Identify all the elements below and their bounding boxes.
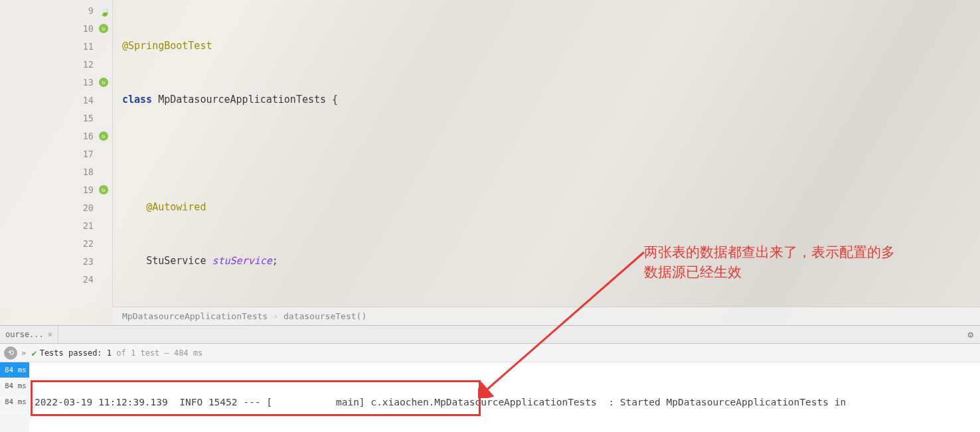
console-line: 2022-03-19 11:12:39.139 INFO 15452 --- [… bbox=[35, 394, 980, 410]
run-gutter-icon[interactable]: ↻ bbox=[99, 185, 108, 194]
line-number: 10 bbox=[83, 23, 94, 34]
history-icon[interactable]: ⟲ bbox=[4, 346, 17, 360]
check-icon: ✔ bbox=[31, 348, 37, 358]
line-number: 18 bbox=[83, 167, 94, 177]
timing-pill[interactable]: 84 ms bbox=[0, 362, 29, 378]
annotation: @Autowired bbox=[146, 201, 206, 213]
annotation: @SpringBootTest bbox=[122, 40, 212, 52]
type: StuService bbox=[146, 255, 206, 267]
test-summary: Tests passed: 1 of 1 test – 484 ms bbox=[40, 348, 203, 358]
timing-column: 84 ms 84 ms 84 ms bbox=[0, 362, 29, 410]
test-status-bar: ⟲ » ✔ Tests passed: 1 of 1 test – 484 ms bbox=[0, 344, 980, 362]
line-number: 14 bbox=[83, 95, 94, 106]
line-number: 12 bbox=[83, 59, 94, 70]
run-gutter-icon[interactable]: ↻ bbox=[99, 24, 108, 33]
tab-label: ourse... bbox=[5, 330, 44, 339]
timing-pill: 84 ms bbox=[0, 378, 29, 394]
timing-pill: 84 ms bbox=[0, 394, 29, 410]
line-number: 11 bbox=[83, 41, 94, 52]
chevron-right-icon[interactable]: » bbox=[21, 348, 26, 358]
spring-leaf-icon[interactable]: 🍃 bbox=[99, 6, 108, 15]
line-number: 15 bbox=[83, 113, 94, 123]
annotation-text: 两张表的数据都查出来了，表示配置的多 数据源已经生效 bbox=[644, 242, 895, 282]
line-gutter: 9🍃 10↻ 11 12 13↻ 14 15 16↻ 17 18 19↻ 20 … bbox=[0, 0, 113, 307]
gear-icon[interactable]: ⚙ bbox=[961, 329, 980, 340]
breadcrumb-item[interactable]: datasourseTest() bbox=[284, 311, 367, 321]
breadcrumb-item[interactable]: MpDatasourceApplicationTests bbox=[122, 311, 268, 321]
line-number: 24 bbox=[83, 274, 94, 285]
line-number: 23 bbox=[83, 256, 94, 267]
field: stuService bbox=[212, 255, 272, 267]
line-number: 21 bbox=[83, 220, 94, 231]
line-number: 13 bbox=[83, 77, 94, 88]
class-name: MpDatasourceApplicationTests bbox=[158, 94, 326, 106]
close-icon[interactable]: × bbox=[48, 330, 52, 339]
line-number: 9 bbox=[88, 5, 94, 16]
console-tab-bar: ourse... × ⚙ bbox=[0, 325, 980, 344]
keyword: class bbox=[122, 94, 152, 106]
chevron-right-icon: › bbox=[273, 311, 278, 321]
breadcrumb[interactable]: MpDatasourceApplicationTests › datasours… bbox=[113, 307, 980, 325]
line-number: 19 bbox=[83, 184, 94, 195]
console-output[interactable]: 2022-03-19 11:12:39.139 INFO 15452 --- [… bbox=[29, 362, 980, 432]
line-number: 16 bbox=[83, 131, 94, 141]
run-gutter-icon[interactable]: ↻ bbox=[99, 78, 108, 87]
line-number: 17 bbox=[83, 149, 94, 159]
line-number: 22 bbox=[83, 238, 94, 249]
run-gutter-icon[interactable]: ↻ bbox=[99, 131, 108, 141]
console-tab[interactable]: ourse... × bbox=[0, 326, 58, 343]
line-number: 20 bbox=[83, 202, 94, 213]
